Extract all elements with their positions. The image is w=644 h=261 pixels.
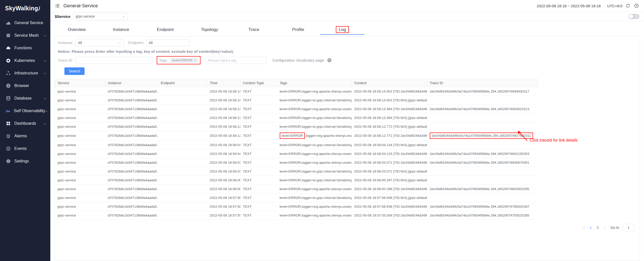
cell-trace-id: [427, 176, 538, 185]
service-bar: $Service grpc-service V: [50, 12, 644, 21]
clock-icon[interactable]: [634, 3, 639, 9]
sidebar-item-label: Service Mesh: [14, 33, 39, 38]
cell-instance: d70782b8c2d347138b9a4aada0...: [105, 211, 158, 220]
sidebar-item-infrastructure[interactable]: Infrastructure: [0, 67, 50, 79]
cell-trace-id: [427, 113, 538, 122]
sidebar-item-label: Alarms: [14, 134, 27, 138]
cell-tags: level=ERROR,logger=io.grpc.internal.Seri…: [277, 176, 352, 185]
sidebar-item-general-service[interactable]: General Service: [0, 17, 50, 29]
cell-tags: level=ERROR,logger=io.grpc.internal.Seri…: [277, 113, 352, 122]
tab-label: Instance: [113, 27, 129, 32]
service-select[interactable]: grpc-service: [73, 13, 128, 20]
cloud-icon: [6, 45, 11, 51]
cell-trace-id[interactable]: 1bc04d9244d349c0a74a14709349584e.294.165…: [427, 158, 538, 167]
cell-endpoint: [158, 122, 207, 131]
page-button-1[interactable]: 1: [589, 226, 592, 230]
sidebar-item-label: Settings: [14, 159, 29, 163]
cell-service: grpc-service: [55, 185, 105, 193]
tab-overview[interactable]: Overview: [55, 25, 99, 35]
cell-trace-id[interactable]: 1bc04d9244d349c0a74a14709349584e.294.165…: [427, 105, 538, 113]
search-button[interactable]: Search: [64, 67, 85, 75]
goto-page-input[interactable]: [623, 224, 635, 231]
tag-remove-icon[interactable]: ×: [194, 58, 196, 62]
sidebar-item-dashboards[interactable]: Dashboards: [0, 117, 50, 130]
cell-service: grpc-service: [55, 167, 105, 176]
prev-page-icon[interactable]: [583, 226, 585, 229]
cell-content-type: TEXT: [240, 193, 277, 202]
column-header-content: Content: [352, 79, 427, 87]
cell-tags: level=ERROR,logger=org.apache.shenyu.exa…: [277, 158, 352, 167]
cell-trace-id[interactable]: 1bc04d9244d349c0a74a14709349584e.294.165…: [427, 149, 538, 158]
tab-endpoint[interactable]: Endpoint: [143, 25, 187, 35]
sidebar-item-settings[interactable]: Settings: [0, 155, 50, 167]
sidebar-item-alarms[interactable]: Alarms: [0, 130, 50, 142]
cell-trace-id[interactable]: 1bc04d9244d349c0a74a14709349584e.294.165…: [427, 185, 538, 193]
sidebar-item-events[interactable]: Events: [0, 142, 50, 155]
top-header: General-Service 2022-05-08 18:18 ~ 2022-…: [50, 0, 644, 12]
cell-instance: d70782b8c2d347138b9a4aada0...: [105, 113, 158, 122]
cell-instance: d70782b8c2d347138b9a4aada0...: [105, 131, 158, 141]
cell-time: 2022-05-08 18:57:56: [207, 193, 240, 202]
tab-topology[interactable]: Topology: [187, 25, 232, 35]
cell-instance: d70782b8c2d347138b9a4aada0...: [105, 193, 158, 202]
endpoint-input[interactable]: [146, 39, 189, 46]
instance-select[interactable]: All: [75, 39, 124, 46]
mesh-icon: [6, 33, 11, 38]
notice-text: Notice: Please press Enter after inputti…: [55, 46, 640, 54]
table-row: grpc-serviced70782b8c2d347138b9a4aada0..…: [55, 105, 538, 113]
cell-trace-id[interactable]: 1bc04d9244d349c0a74a14709349584e.294.165…: [427, 87, 538, 96]
tags-filter-annotation-box: Tags: level=ERROR ×: [157, 56, 200, 64]
filter-row-1: Instance: All Endpoint:: [55, 36, 640, 46]
cell-time: 2022-05-08 18:57:55: [207, 211, 240, 220]
cell-instance: d70782b8c2d347138b9a4aada0...: [105, 105, 158, 113]
auto-refresh-toggle[interactable]: V: [628, 14, 639, 19]
cell-instance: d70782b8c2d347138b9a4aada0...: [105, 167, 158, 176]
sidebar-item-browser[interactable]: Browser: [0, 79, 50, 92]
cell-endpoint: [158, 202, 207, 211]
cell-time: 2022-05-08 18:58:04: [207, 149, 240, 158]
cell-trace-id[interactable]: 1bc04d9244d349c0a74a14709349584e.294.165…: [427, 131, 538, 141]
cell-instance: d70782b8c2d347138b9a4aada0...: [105, 185, 158, 193]
cell-service: grpc-service: [55, 176, 105, 185]
cell-content-type: TEXT: [240, 185, 277, 193]
sidebar-item-service-mesh[interactable]: Service Mesh: [0, 29, 50, 42]
cell-time: 2022-05-08 18:57:56: [207, 202, 240, 211]
cell-endpoint: [158, 176, 207, 185]
chevron-down-icon: [44, 59, 46, 62]
cell-service: grpc-service: [55, 149, 105, 158]
next-page-icon[interactable]: [603, 226, 606, 229]
list-icon[interactable]: [55, 3, 60, 9]
sidebar-item-database[interactable]: Database: [0, 92, 50, 105]
cell-service: grpc-service: [55, 141, 105, 149]
instance-filter-label: Instance:: [58, 40, 73, 45]
sidebar-item-label: Browser: [14, 83, 29, 88]
tab-instance[interactable]: Instance: [99, 25, 143, 35]
chart-icon: [6, 20, 11, 26]
sidebar-item-functions[interactable]: Functions: [0, 42, 50, 54]
dashboards-icon: [6, 121, 11, 126]
tag-chip[interactable]: level=ERROR ×: [170, 58, 198, 63]
cell-trace-id[interactable]: 1bc04d9244d349c0a74a14709349584e.294.165…: [427, 202, 538, 211]
tab-trace[interactable]: Trace: [232, 25, 276, 35]
timezone-label[interactable]: UTC+8:0: [607, 4, 622, 8]
sidebar-item-kubernetes[interactable]: Kubernetes: [0, 54, 50, 67]
tab-profile[interactable]: Profile: [276, 25, 320, 35]
cell-service: grpc-service: [55, 202, 105, 211]
cell-trace-id[interactable]: 1bc04d9244d349c0a74a14709349584e.294.165…: [427, 211, 538, 220]
trace-id-input[interactable]: [75, 57, 153, 64]
cell-content-type: TEXT: [240, 105, 277, 113]
page-button-2[interactable]: 2: [596, 226, 599, 230]
cell-trace-id: [427, 141, 538, 149]
time-range[interactable]: 2022-05-08 18:18 ~ 2022-05-08 19:18: [537, 4, 601, 8]
vocabulary-link[interactable]: Configuration Vocabulary page: [272, 58, 324, 62]
cell-instance: d70782b8c2d347138b9a4aada0...: [105, 149, 158, 158]
service-select-value: grpc-service: [76, 14, 95, 18]
tab-log[interactable]: Log: [320, 25, 365, 35]
cell-endpoint: [158, 193, 207, 202]
tag-input[interactable]: [206, 57, 266, 64]
refresh-icon[interactable]: [625, 3, 631, 9]
sidebar-item-self-observability[interactable]: SwSelf Observability: [0, 105, 50, 117]
help-icon[interactable]: ?: [327, 58, 332, 62]
pagination: 12 Go to: [55, 224, 640, 231]
cell-content: 2022-05-08 18:58:14.502 [TID:N/A] [grpc-…: [352, 96, 427, 105]
